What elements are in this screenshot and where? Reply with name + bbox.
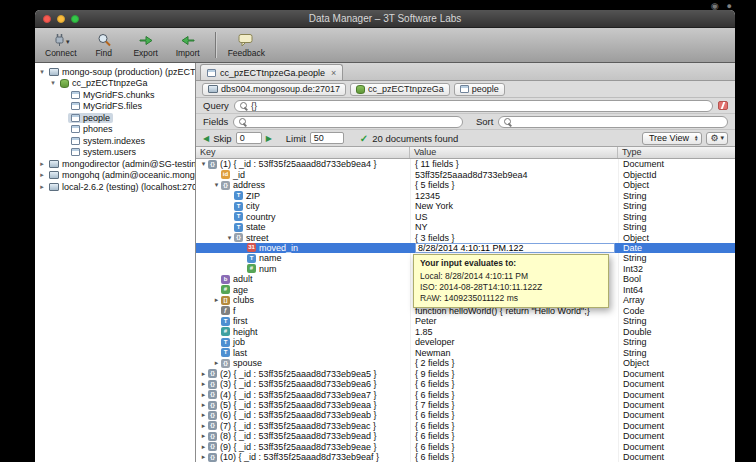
breadcrumb-collection[interactable]: people [454,83,505,96]
key-cell[interactable]: badult [196,274,410,284]
tree-collapsed-icon[interactable]: ▸ [38,183,46,191]
value-cell[interactable]: US [410,211,618,221]
table-row[interactable]: ▸{}(10) { _id : 53ff35f25aaad8d733eb9eaf… [196,452,735,462]
title-bar[interactable]: Data Manager – 3T Software Labs [35,10,735,28]
value-cell[interactable]: { 6 fields } [410,442,618,452]
tree-collapsed-icon[interactable]: ▸ [212,296,221,304]
key-cell[interactable]: Tlast [196,347,410,357]
key-cell[interactable]: ▾{}address [196,180,410,190]
value-cell[interactable]: { 2 fields } [410,358,618,368]
sidebar-item-cc_pzecttnpzega[interactable]: ▾cc_pzECTtnpzeGa [35,78,195,90]
value-cell[interactable]: 1.85 [410,327,618,337]
sidebar-item-mongo-soup[interactable]: ▾mongo-soup (production) (pzECTtnpzeGa [35,66,195,78]
key-cell[interactable]: Tcity [196,201,410,211]
table-row[interactable]: ▸{}spouse{ 2 fields }Object [196,358,735,368]
table-row[interactable]: 31moved_in8/28/2014 4:10:11 PM.122Date [196,243,735,253]
column-header-key[interactable]: Key [196,147,410,158]
view-mode-select[interactable]: Tree View ▲▼ [642,132,703,145]
key-cell[interactable]: ▸{}(10) { _id : 53ff35f25aaad8d733eb9eaf… [196,452,410,462]
key-cell[interactable]: ▾{}street [196,232,410,242]
value-cell[interactable]: { 7 fields } [410,400,618,410]
sort-input[interactable] [498,116,728,128]
tree-collapsed-icon[interactable]: ▸ [38,171,46,179]
value-cell[interactable]: { 6 fields } [410,421,618,431]
next-page-icon[interactable]: ▶ [266,134,272,143]
sidebar-item-system.indexes[interactable]: system.indexes [35,135,195,147]
minimize-window-button[interactable] [57,15,65,23]
table-row[interactable]: ▾{}street{ 3 fields }Object [196,232,735,242]
export-button[interactable]: Export [131,33,161,58]
find-button[interactable]: Find [89,33,119,58]
sidebar-item-mygridfs.files[interactable]: MyGridFS.files [35,101,195,113]
table-row[interactable]: ▸{}(5) { _id : 53ff35f25aaad8d733eb9eaa … [196,400,735,410]
value-cell[interactable]: { 6 fields } [410,431,618,441]
key-cell[interactable]: #num [196,264,410,274]
tree-collapsed-icon[interactable]: ▸ [199,380,208,388]
key-cell[interactable]: ▸{}(2) { _id : 53ff35f25aaad8d733eb9ea5 … [196,368,410,378]
value-cell[interactable]: developer [410,337,618,347]
key-cell[interactable]: ▸{}(5) { _id : 53ff35f25aaad8d733eb9eaa … [196,400,410,410]
fields-input[interactable] [233,116,463,128]
table-row[interactable]: TcountryUSString [196,211,735,221]
sidebar-item-mongohq[interactable]: ▸mongohq (admin@oceanic.mongohq.c [35,170,195,182]
tree-collapsed-icon[interactable]: ▸ [199,453,208,461]
key-cell[interactable]: ▸[]clubs [196,295,410,305]
skip-input[interactable]: 0 [236,132,262,144]
clear-query-icon[interactable] [718,101,728,110]
feedback-button[interactable]: Feedback [228,33,265,58]
key-cell[interactable]: ▸{}(8) { _id : 53ff35f25aaad8d733eb9ead … [196,431,410,441]
table-row[interactable]: ▾{}(1) { _id : 53ff35f25aaad8d733eb9ea4 … [196,159,735,169]
tree-collapsed-icon[interactable]: ▸ [199,443,208,451]
key-cell[interactable]: ▸{}(6) { _id : 53ff35f25aaad8d733eb9eab … [196,410,410,420]
settings-button[interactable]: ⚙ ▾ [706,132,728,145]
key-cell[interactable]: Tname [196,253,410,263]
value-inline-editor[interactable]: 8/28/2014 4:10:11 PM.122 [415,243,615,253]
tree-collapsed-icon[interactable]: ▸ [212,359,221,367]
key-cell[interactable]: Tcountry [196,211,410,221]
key-cell[interactable]: id_id [196,169,410,179]
column-header-value[interactable]: Value [410,147,618,158]
sidebar-item-mygridfs.chunks[interactable]: MyGridFS.chunks [35,89,195,101]
value-cell[interactable]: { 5 fields } [410,180,618,190]
table-row[interactable]: ▾{}address{ 5 fields }Object [196,180,735,190]
key-cell[interactable]: ƒf [196,306,410,316]
table-row[interactable]: ▸{}(9) { _id : 53ff35f25aaad8d733eb9eae … [196,442,735,452]
key-cell[interactable]: Tstate [196,222,410,232]
tree-expanded-icon[interactable]: ▾ [225,234,234,242]
value-cell[interactable]: { 6 fields } [410,452,618,462]
value-cell[interactable]: { 9 fields } [410,368,618,378]
previous-page-icon[interactable]: ◀ [203,134,209,143]
table-row[interactable]: TfirstPeterString [196,316,735,326]
table-row[interactable]: ▸{}(7) { _id : 53ff35f25aaad8d733eb9eac … [196,421,735,431]
sidebar-item-system.users[interactable]: system.users [35,147,195,159]
tab-collection-people[interactable]: cc_pzECTtnpzeGa.people × [200,64,343,80]
tree-collapsed-icon[interactable]: ▸ [199,401,208,409]
sidebar-item-phones[interactable]: phones [35,124,195,136]
value-cell[interactable]: 12345 [410,190,618,200]
tree-expanded-icon[interactable]: ▾ [199,160,208,168]
table-row[interactable]: TjobdeveloperString [196,337,735,347]
value-cell[interactable]: 53ff35f25aaad8d733eb9ea4 [410,169,618,179]
value-cell[interactable]: 8/28/2014 4:10:11 PM.122 [410,243,618,253]
tab-close-icon[interactable]: × [331,68,336,78]
table-row[interactable]: TcityNew YorkString [196,201,735,211]
query-input[interactable]: {} [234,100,713,112]
value-cell[interactable]: { 6 fields } [410,389,618,399]
tree-expanded-icon[interactable]: ▾ [38,68,46,76]
key-cell[interactable]: #height [196,327,410,337]
tree-expanded-icon[interactable]: ▾ [49,79,57,87]
import-button[interactable]: Import [173,33,203,58]
tree-collapsed-icon[interactable]: ▸ [38,160,46,168]
table-row[interactable]: ▸{}(8) { _id : 53ff35f25aaad8d733eb9ead … [196,431,735,441]
tree-expanded-icon[interactable]: ▾ [212,181,221,189]
breadcrumb-database[interactable]: cc_pzECTtnpzeGa [350,83,450,96]
value-cell[interactable]: { 6 fields } [410,410,618,420]
table-row[interactable]: TlastNewmanString [196,347,735,357]
value-cell[interactable]: Newman [410,347,618,357]
value-cell[interactable]: { 6 fields } [410,379,618,389]
column-header-type[interactable]: Type [618,147,735,158]
key-cell[interactable]: ▸{}(4) { _id : 53ff35f25aaad8d733eb9ea7 … [196,389,410,399]
table-row[interactable]: id_id53ff35f25aaad8d733eb9ea4ObjectId [196,169,735,179]
key-cell[interactable]: 31moved_in [196,243,410,253]
zoom-window-button[interactable] [71,15,79,23]
